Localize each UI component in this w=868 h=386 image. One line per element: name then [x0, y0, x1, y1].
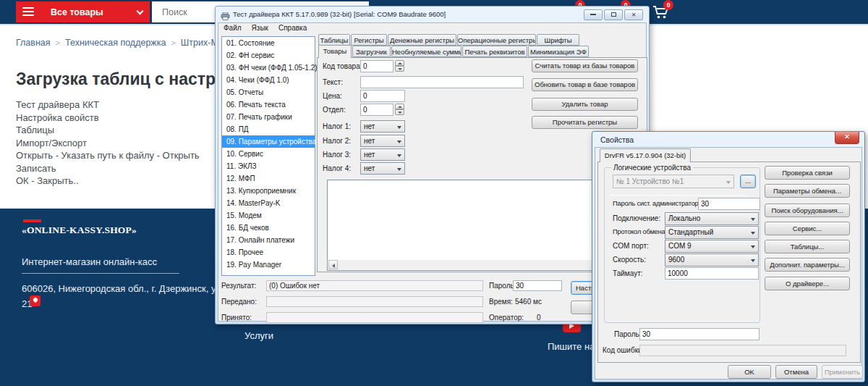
article-line: ОК - Закрыть.. [16, 175, 200, 188]
exchange-params-button[interactable]: Параметры обмена... [765, 184, 850, 198]
section-item[interactable]: 01. Состояние [222, 37, 315, 49]
breadcrumb-link[interactable]: Главная [16, 38, 51, 48]
device-ellipsis-button[interactable]: ... [740, 175, 756, 188]
price-input[interactable] [360, 90, 405, 102]
menu-language[interactable]: Язык [247, 23, 273, 33]
catalog-button[interactable]: Все товары [16, 1, 150, 22]
baudrate-select[interactable]: 9600 [665, 253, 759, 267]
product-code-spinner[interactable] [395, 60, 404, 72]
tables-button[interactable]: Таблицы... [765, 240, 850, 253]
section-item[interactable]: 15. Модем [222, 209, 315, 222]
tab-tables[interactable]: Таблицы [318, 34, 350, 46]
field-label: COM порт: [613, 242, 649, 250]
tab-money-registers[interactable]: Денежные регистры [388, 34, 456, 46]
section-item[interactable]: 12. МФП [222, 172, 315, 185]
tab-nonzero-sums[interactable]: Необнуляемые суммы [391, 46, 461, 57]
ok-button[interactable]: OK [728, 365, 771, 379]
hamburger-icon[interactable] [22, 7, 34, 16]
field-label: Подключение: [613, 214, 660, 222]
tab-operational-registers[interactable]: Операционные регистры [457, 34, 536, 46]
section-item[interactable]: 13. Купюроприемник [222, 185, 315, 197]
find-hardware-button[interactable]: Поиск оборудования... [765, 204, 850, 217]
department-spinner[interactable] [395, 104, 404, 116]
breadcrumb-link[interactable]: Штрих-М [181, 38, 218, 48]
driver-tab[interactable]: DrvFR v5.17.0.904 (32-bit) [600, 148, 691, 162]
section-item[interactable]: 16. БД чеков [222, 222, 315, 234]
menu-help[interactable]: Справка [273, 23, 312, 33]
service-button[interactable]: Сервис... [765, 222, 850, 235]
field-label: Отдел: [323, 106, 346, 114]
protocol-select[interactable]: Стандартный [665, 226, 759, 239]
tab-loader[interactable]: Загрузчик [352, 46, 391, 57]
tax2-select[interactable]: нет [360, 135, 405, 147]
timeout-input[interactable] [665, 267, 759, 280]
section-item[interactable]: 14. MasterPay-K [222, 197, 315, 209]
tab-print-requisites[interactable]: Печать реквизитов [462, 46, 527, 57]
section-item[interactable]: 02. ФН сервис [222, 49, 315, 62]
close-button[interactable]: ✕ [624, 9, 643, 20]
logical-devices-label: Логические устройства [611, 164, 693, 172]
dialog-password-input[interactable] [639, 328, 760, 340]
section-item[interactable]: 06. Печать текста [222, 98, 315, 111]
read-product-button[interactable]: Считать товар из базы товаров [532, 59, 638, 72]
maximize-button[interactable] [604, 9, 623, 20]
window-titlebar[interactable]: Тест драйвера ККТ 5.17.0.989 (32-bit) [S… [216, 7, 649, 22]
map-pin-icon[interactable] [30, 295, 41, 306]
section-item[interactable]: 03. ФН чеки (ФФД 1.05-1.2) [222, 62, 315, 74]
footer-tagline: Интернет-магазин онлайн-касс [22, 256, 157, 267]
article-line: Тест драйвера ККТ [16, 98, 200, 112]
article-line: Импорт/Экспорт [16, 137, 200, 150]
dialog-password-label: Пароль: [614, 330, 641, 338]
section-item[interactable]: 05. Отчеты [222, 86, 315, 98]
tab-fonts[interactable]: Шрифты [537, 34, 579, 46]
additional-params-button[interactable]: Дополнит. параметры... [765, 258, 850, 272]
footer-brand[interactable]: «ONLINE-KASSY.SHOP» [22, 225, 137, 236]
update-product-button[interactable]: Обновить товар в базе товаров [532, 78, 638, 91]
tax3-select[interactable]: нет [360, 148, 405, 161]
check-connection-button[interactable]: Проверка связи [765, 166, 850, 180]
section-item[interactable]: 04. Чеки (ФФД 1.0) [222, 74, 315, 86]
section-item[interactable]: 19. Pay Manager [222, 259, 315, 271]
section-item[interactable]: 11. ЭКЛЗ [222, 160, 315, 172]
cancel-button[interactable]: Отмена [775, 365, 817, 379]
tab-minimize-ef[interactable]: Минимизация ЭФ [528, 46, 589, 57]
section-item[interactable]: 18. Прочее [222, 246, 315, 259]
connection-select[interactable]: Локально [665, 212, 759, 225]
tax1-select[interactable]: нет [360, 120, 405, 133]
operator-label: Оператор: [489, 314, 524, 322]
section-item[interactable]: 07. Печать графики [222, 111, 315, 123]
section-item[interactable]: 17. Онлайн платежи [222, 234, 315, 246]
tax4-select[interactable]: нет [360, 162, 405, 175]
admin-password-input[interactable] [698, 198, 760, 210]
dialog-close-button[interactable]: ✕ [835, 132, 859, 144]
all-products-label[interactable]: Все товары [51, 7, 103, 17]
result-field: (0) Ошибок нет [266, 280, 483, 291]
read-registers-button[interactable]: Прочитать регистры [532, 116, 638, 129]
dialog-client-area: DrvFR v5.17.0.904 (32-bit) Логические ус… [595, 147, 862, 379]
text-input[interactable] [360, 76, 524, 88]
about-driver-button[interactable]: О драйвере... [765, 277, 850, 290]
password-input[interactable] [513, 280, 562, 291]
breadcrumb-link[interactable]: Техническая поддержка [65, 38, 166, 48]
tab-goods[interactable]: Товары [318, 45, 352, 58]
footer-write-to: Пишите на [548, 341, 595, 352]
field-label: Налог 2: [323, 137, 351, 145]
properties-dialog: Свойства ✕ DrvFR v5.17.0.904 (32-bit) Ло… [592, 131, 865, 382]
department-input[interactable] [360, 104, 393, 116]
com-port-select[interactable]: COM 9 [665, 240, 759, 253]
menu-file[interactable]: Файл [218, 23, 247, 33]
section-item[interactable]: 08. ПД [222, 123, 315, 135]
delete-product-button[interactable]: Удалить товар [532, 98, 638, 111]
footer-services-link[interactable]: Услуги [244, 330, 273, 341]
tab-registers[interactable]: Регистры [351, 34, 387, 46]
breadcrumb-sep: > [171, 38, 175, 47]
scroll-left-icon[interactable] [328, 260, 338, 269]
window-title: Тест драйвера ККТ 5.17.0.989 (32-bit) [S… [233, 10, 446, 18]
dialog-titlebar[interactable]: Свойства ✕ [592, 132, 864, 148]
minimize-button[interactable] [584, 9, 603, 20]
section-item[interactable]: 10. Сервис [222, 148, 315, 160]
group-separator [610, 195, 746, 196]
article-line: Открыть - Указать путь к файлу - Открыть [16, 149, 200, 162]
section-item-selected[interactable]: 09. Параметры устройства [222, 135, 315, 148]
product-code-input[interactable] [360, 60, 393, 72]
